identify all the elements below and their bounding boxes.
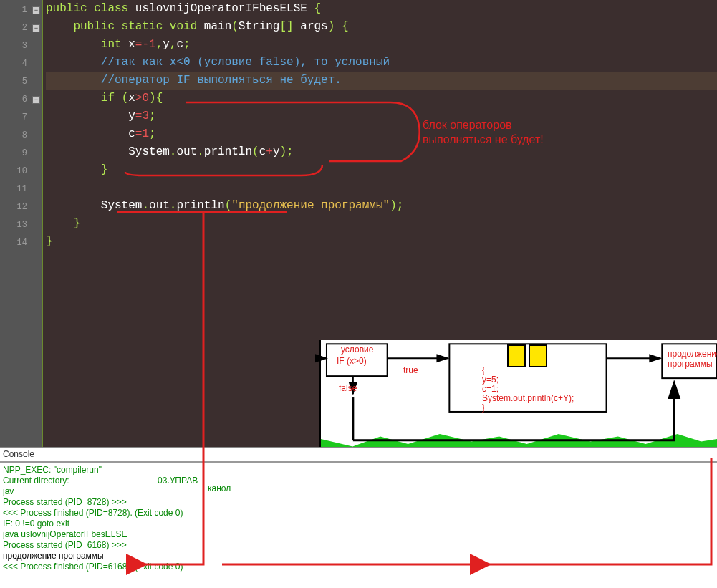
console-output-line: продолжение программы: [3, 551, 714, 562]
diagram-label: true: [403, 365, 418, 375]
diagram-label: условие: [341, 344, 373, 355]
console-line: Process started (PID=6168) >>>: [3, 540, 714, 551]
gutter-ln: 10: [0, 163, 42, 180]
gutter-ln: 2−: [0, 19, 42, 37]
gutter-ln: 14: [0, 234, 42, 252]
code-line[interactable]: System.out.println("продолжение программ…: [46, 197, 717, 215]
gutter-ln: 8: [0, 127, 42, 145]
console-line: IF: 0 !=0 goto exit: [3, 519, 714, 529]
code-line[interactable]: System.out.println(c+y);: [46, 143, 717, 161]
code-line[interactable]: //оператор IF выполняться не будет.: [46, 72, 717, 90]
console-line: Process started (PID=8728) >>>: [3, 497, 714, 508]
diagram-label: System.out.println(c+Y);: [482, 393, 574, 403]
code-line[interactable]: //так как x<0 (условие false), то условн…: [46, 54, 717, 72]
fold-icon[interactable]: −: [32, 24, 40, 32]
gutter-ln: 4: [0, 55, 42, 73]
diagram-label: y=5;: [482, 375, 499, 385]
code-line[interactable]: public static void main(String[] args) {: [46, 18, 717, 36]
diagram-label: программы: [668, 359, 713, 369]
code-line[interactable]: int x=-1,y,c;: [46, 36, 717, 54]
console-line: java uslovnijOperatorIFbesELSE: [3, 529, 714, 540]
gutter-ln: 7: [0, 109, 42, 127]
diagram-label: c=1;: [482, 384, 499, 394]
gutter-ln: 3: [0, 37, 42, 55]
code-line[interactable]: }: [46, 215, 717, 233]
diagram-label: {: [482, 365, 485, 375]
diagram-label: IF (x>0): [337, 356, 367, 366]
gutter-ln: 5: [0, 73, 42, 91]
console-line: NPP_EXEC: "compilerun": [3, 465, 714, 476]
gutter-ln: 6−: [0, 91, 42, 109]
code-line[interactable]: }: [46, 233, 717, 251]
gutter-ln: 11: [0, 180, 42, 198]
console-panel: Console NPP_EXEC: "compilerun" Current d…: [0, 447, 717, 588]
code-line[interactable]: c=1;: [46, 125, 717, 143]
console-line: <<< Process finished (PID=6168). (Exit c…: [3, 562, 714, 572]
code-line[interactable]: if (x>0){: [46, 90, 717, 107]
fold-icon[interactable]: −: [32, 96, 40, 104]
line-gutter: 1− 2− 3 4 5 6− 7 8 9 10 11 12 13 14: [0, 0, 43, 447]
gutter-ln: 1−: [0, 1, 42, 19]
gutter-ln: 9: [0, 145, 42, 163]
code-line[interactable]: y=3;: [46, 107, 717, 125]
console-line: канол: [208, 483, 231, 494]
console-output[interactable]: NPP_EXEC: "compilerun" Current directory…: [0, 463, 717, 574]
gutter-ln: 12: [0, 198, 42, 216]
diagram-label: }: [482, 403, 485, 413]
diagram-label: false: [339, 383, 357, 393]
code-line[interactable]: [46, 179, 717, 197]
console-line: <<< Process finished (PID=8728). (Exit c…: [3, 508, 714, 519]
gutter-ln: 13: [0, 216, 42, 234]
yellow-block: [529, 344, 547, 367]
fold-icon[interactable]: −: [32, 6, 40, 14]
console-line: Current directory: 03.УПРАВ: [3, 476, 714, 486]
console-title: Console: [0, 448, 717, 463]
code-line[interactable]: public class uslovnijOperatorIFbesELSE {: [46, 0, 717, 18]
yellow-block: [507, 344, 526, 367]
diagram-label: продолжение: [668, 349, 717, 359]
code-line[interactable]: }: [46, 161, 717, 179]
console-line: jav: [3, 486, 714, 497]
